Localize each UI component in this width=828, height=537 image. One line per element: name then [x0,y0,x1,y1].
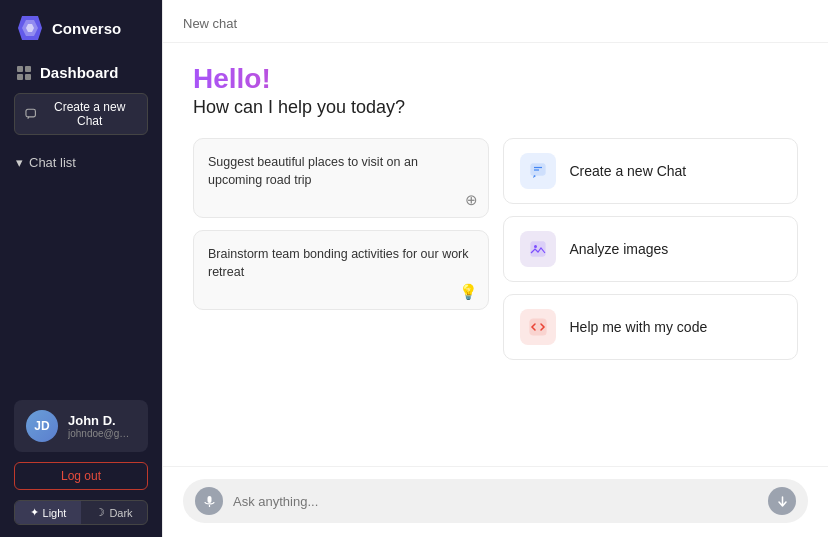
sidebar-bottom: JD John D. johndoe@gmail.com Log out ✦ L… [0,388,162,537]
svg-rect-4 [25,66,31,72]
suggestion-cards: Suggest beautiful places to visit on an … [193,138,489,360]
main-body: Hello! How can I help you today? Suggest… [163,43,828,466]
svg-rect-3 [17,66,23,72]
svg-rect-6 [25,74,31,80]
svg-rect-5 [17,74,23,80]
input-wrapper [183,479,808,523]
sun-icon: ✦ [30,506,39,519]
logo-text: Converso [52,20,121,37]
action-card-code[interactable]: Help me with my code [503,294,799,360]
mic-icon [203,495,216,508]
user-email: johndoe@gmail.com [68,428,136,439]
svg-rect-7 [26,109,35,117]
sidebar: Converso Dashboard Create a new Chat ▾ C… [0,0,162,537]
suggestion-card-text-1: Suggest beautiful places to visit on an … [208,153,474,189]
lightbulb-icon: 💡 [459,283,478,301]
send-icon [776,495,789,508]
suggestion-card-text-2: Brainstorm team bonding activities for o… [208,245,474,281]
suggestion-card-1[interactable]: Suggest beautiful places to visit on an … [193,138,489,218]
send-button[interactable] [768,487,796,515]
action-card-analyze-images[interactable]: Analyze images [503,216,799,282]
chat-icon [25,108,36,120]
theme-toggle: ✦ Light ☽ Dark [14,500,148,525]
avatar: JD [26,410,58,442]
chat-list-toggle[interactable]: ▾ Chat list [16,155,146,170]
main-header: New chat [163,0,828,43]
action-label-code: Help me with my code [570,319,708,335]
greeting: Hello! How can I help you today? [193,63,798,118]
user-details: John D. johndoe@gmail.com [68,413,136,439]
svg-rect-16 [207,496,211,503]
dashboard-label: Dashboard [40,64,118,81]
action-card-create-chat[interactable]: Create a new Chat [503,138,799,204]
action-cards: Create a new Chat Analyze images [503,138,799,360]
action-label-analyze-images: Analyze images [570,241,669,257]
dashboard-icon [16,65,32,81]
code-action-icon [520,309,556,345]
compass-icon: ⊕ [465,191,478,209]
greeting-hello: Hello! [193,63,798,95]
chat-list-section: ▾ Chat list [0,149,162,176]
create-chat-label: Create a new Chat [42,100,137,128]
suggestions-grid: Suggest beautiful places to visit on an … [193,138,798,360]
svg-rect-13 [531,242,545,256]
logout-button[interactable]: Log out [14,462,148,490]
action-label-create-chat: Create a new Chat [570,163,687,179]
chat-input[interactable] [233,494,758,509]
logo-area: Converso [0,0,162,56]
input-area [163,466,828,537]
dashboard-nav: Dashboard [0,56,162,93]
page-title: New chat [183,16,237,31]
user-name: John D. [68,413,136,428]
main-content: New chat Hello! How can I help you today… [162,0,828,537]
user-info-card: JD John D. johndoe@gmail.com [14,400,148,452]
suggestion-card-2[interactable]: Brainstorm team bonding activities for o… [193,230,489,310]
dark-theme-button[interactable]: ☽ Dark [81,501,147,524]
chevron-down-icon: ▾ [16,155,23,170]
image-action-icon [520,231,556,267]
moon-icon: ☽ [95,506,105,519]
logo-icon [16,14,44,42]
chat-action-icon [520,153,556,189]
greeting-sub: How can I help you today? [193,97,798,118]
light-theme-button[interactable]: ✦ Light [15,501,81,524]
mic-button[interactable] [195,487,223,515]
svg-point-14 [534,245,537,248]
chat-list-label: Chat list [29,155,76,170]
create-chat-button[interactable]: Create a new Chat [14,93,148,135]
